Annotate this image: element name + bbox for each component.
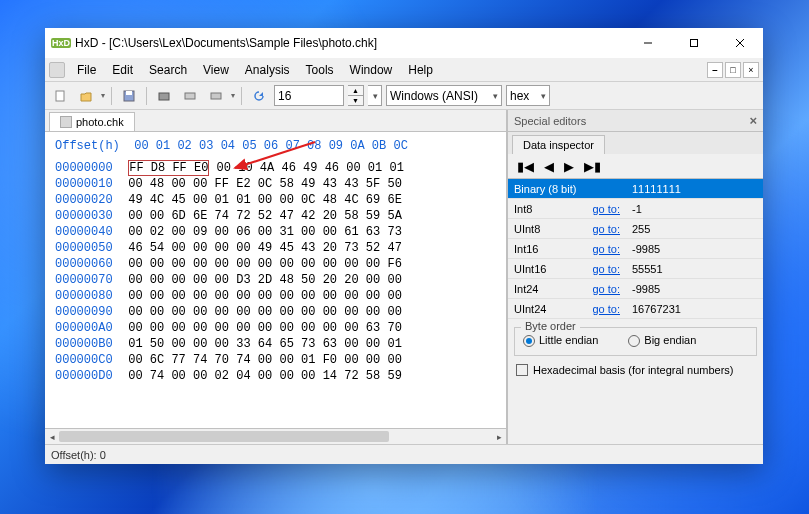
hxd-window: HxD HxD - [C:\Users\Lex\Documents\Sample…: [45, 28, 763, 464]
scroll-right-button[interactable]: ▸: [492, 429, 506, 444]
menu-analysis[interactable]: Analysis: [237, 60, 298, 80]
disk-button[interactable]: [153, 85, 175, 107]
window-title: HxD - [C:\Users\Lex\Documents\Sample Fil…: [75, 36, 625, 50]
menu-search[interactable]: Search: [141, 60, 195, 80]
titlebar[interactable]: HxD HxD - [C:\Users\Lex\Documents\Sample…: [45, 28, 763, 58]
mdi-minimize-button[interactable]: ‒: [707, 62, 723, 78]
encoding-select[interactable]: Windows (ANSI) ▾: [386, 85, 502, 106]
base-select[interactable]: hex ▾: [506, 85, 550, 106]
separator: [241, 87, 242, 105]
toolbar: ▾ ▾ 16 ▲▼ ▾ Windows (ANSI) ▾ hex ▾: [45, 82, 763, 110]
byte-order-group: Byte order Little endian Big endian: [514, 327, 757, 356]
inspector-key: Int16: [508, 243, 586, 255]
inspector-goto-link[interactable]: go to:: [586, 243, 626, 255]
tab-data-inspector[interactable]: Data inspector: [512, 135, 605, 154]
menu-window[interactable]: Window: [342, 60, 401, 80]
svg-rect-1: [691, 40, 698, 47]
inspector-key: UInt16: [508, 263, 586, 275]
ram2-button[interactable]: [205, 85, 227, 107]
hex-row[interactable]: 00000030 00 00 6D 6E 74 72 52 47 42 20 5…: [55, 208, 502, 224]
nav-next-button[interactable]: ▶: [561, 158, 577, 175]
hex-row[interactable]: 00000040 00 02 00 09 00 06 00 31 00 00 6…: [55, 224, 502, 240]
inspector-value: -9985: [626, 283, 763, 295]
hex-row[interactable]: 000000C0 00 6C 77 74 70 74 00 00 01 F0 0…: [55, 352, 502, 368]
inspector-value: -1: [626, 203, 763, 215]
inspector-key: Int24: [508, 283, 586, 295]
new-button[interactable]: [49, 85, 71, 107]
inspector-row[interactable]: Int8go to:-1: [508, 199, 763, 219]
menu-tools[interactable]: Tools: [298, 60, 342, 80]
inspector-key: Int8: [508, 203, 586, 215]
svg-rect-7: [159, 93, 169, 100]
radio-icon: [628, 335, 640, 347]
hex-row[interactable]: 00000090 00 00 00 00 00 00 00 00 00 00 0…: [55, 304, 502, 320]
statusbar: Offset(h): 0: [45, 444, 763, 464]
hex-row[interactable]: 00000010 00 48 00 00 FF E2 0C 58 49 43 4…: [55, 176, 502, 192]
inspector-row[interactable]: UInt24go to:16767231: [508, 299, 763, 319]
mdi-close-button[interactable]: ×: [743, 62, 759, 78]
bytes-per-row-input[interactable]: 16: [274, 85, 344, 106]
hex-view[interactable]: Offset(h) 00 01 02 03 04 05 06 07 08 09 …: [45, 132, 506, 428]
inspector-goto-link[interactable]: go to:: [586, 223, 626, 235]
menu-view[interactable]: View: [195, 60, 237, 80]
close-button[interactable]: [717, 28, 763, 58]
refresh-button[interactable]: [248, 85, 270, 107]
open-button[interactable]: [75, 85, 97, 107]
tab-photo-chk[interactable]: photo.chk: [49, 112, 135, 131]
inspector-row[interactable]: UInt8go to:255: [508, 219, 763, 239]
nav-last-button[interactable]: ▶▮: [581, 158, 604, 175]
nav-first-button[interactable]: ▮◀: [514, 158, 537, 175]
horizontal-scrollbar[interactable]: ◂ ▸: [45, 428, 506, 444]
radio-icon: [523, 335, 535, 347]
inspector-goto-link[interactable]: go to:: [586, 263, 626, 275]
chevron-down-icon: ▾: [493, 91, 498, 101]
special-editors-header: Special editors ×: [508, 110, 763, 132]
hex-row[interactable]: 000000B0 01 50 00 00 00 33 64 65 73 63 0…: [55, 336, 502, 352]
close-pane-button[interactable]: ×: [749, 113, 757, 128]
inspector-value: 16767231: [626, 303, 763, 315]
radio-big-endian[interactable]: Big endian: [628, 334, 696, 347]
app-icon: HxD: [53, 35, 69, 51]
hex-row[interactable]: 00000000 FF D8 FF E0 00 10 4A 46 49 46 0…: [55, 160, 502, 176]
inspector-value: 255: [626, 223, 763, 235]
scroll-left-button[interactable]: ◂: [45, 429, 59, 444]
save-button[interactable]: [118, 85, 140, 107]
inspector-row[interactable]: Int24go to:-9985: [508, 279, 763, 299]
maximize-button[interactable]: [671, 28, 717, 58]
hex-basis-checkbox-row[interactable]: Hexadecimal basis (for integral numbers): [508, 360, 763, 380]
inspector-row[interactable]: Binary (8 bit)11111111: [508, 179, 763, 199]
inspector-goto-link[interactable]: go to:: [586, 283, 626, 295]
inspector-goto-link[interactable]: go to:: [586, 303, 626, 315]
menu-file[interactable]: File: [69, 60, 104, 80]
inspector-nav: ▮◀ ◀ ▶ ▶▮: [508, 154, 763, 178]
inspector-goto-link[interactable]: go to:: [586, 203, 626, 215]
hex-row[interactable]: 000000A0 00 00 00 00 00 00 00 00 00 00 0…: [55, 320, 502, 336]
scrollbar-thumb[interactable]: [59, 431, 389, 442]
mdi-icon[interactable]: [49, 62, 65, 78]
bytes-per-row-spinner[interactable]: ▲▼: [348, 85, 364, 106]
hex-row[interactable]: 00000050 46 54 00 00 00 00 49 45 43 20 7…: [55, 240, 502, 256]
tab-label: photo.chk: [76, 116, 124, 128]
inspector-value: 55551: [626, 263, 763, 275]
hex-row[interactable]: 00000060 00 00 00 00 00 00 00 00 00 00 0…: [55, 256, 502, 272]
inspector-key: UInt8: [508, 223, 586, 235]
hex-basis-label: Hexadecimal basis (for integral numbers): [533, 364, 734, 376]
bytes-per-row-dropdown[interactable]: ▾: [368, 85, 382, 106]
ram-button[interactable]: [179, 85, 201, 107]
inspector-row[interactable]: Int16go to:-9985: [508, 239, 763, 259]
menu-edit[interactable]: Edit: [104, 60, 141, 80]
special-editors-title: Special editors: [514, 115, 586, 127]
inspector-value: 11111111: [626, 183, 763, 195]
inspector-row[interactable]: UInt16go to:55551: [508, 259, 763, 279]
hex-row[interactable]: 00000020 49 4C 45 00 01 01 00 00 0C 48 4…: [55, 192, 502, 208]
nav-prev-button[interactable]: ◀: [541, 158, 557, 175]
checkbox-icon: [516, 364, 528, 376]
hex-row[interactable]: 000000D0 00 74 00 00 02 04 00 00 00 14 7…: [55, 368, 502, 384]
minimize-button[interactable]: [625, 28, 671, 58]
mdi-restore-button[interactable]: □: [725, 62, 741, 78]
hex-row[interactable]: 00000070 00 00 00 00 00 D3 2D 48 50 20 2…: [55, 272, 502, 288]
radio-little-endian[interactable]: Little endian: [523, 334, 598, 347]
chevron-down-icon: ▾: [541, 91, 546, 101]
menu-help[interactable]: Help: [400, 60, 441, 80]
hex-row[interactable]: 00000080 00 00 00 00 00 00 00 00 00 00 0…: [55, 288, 502, 304]
